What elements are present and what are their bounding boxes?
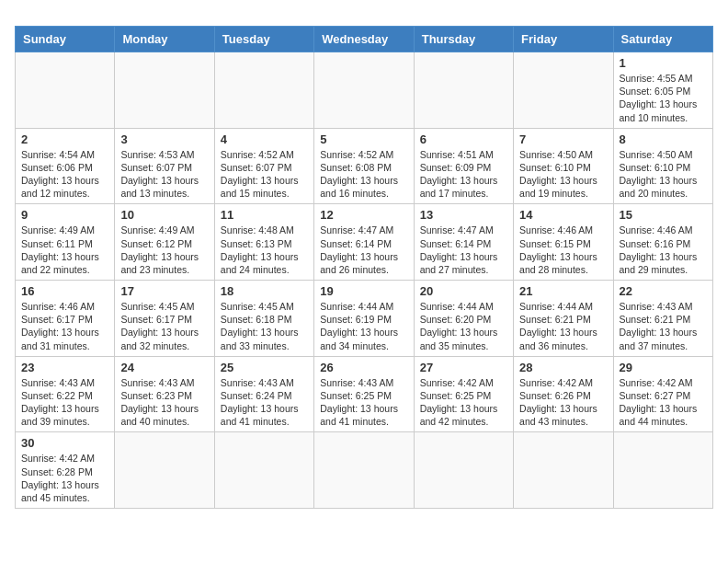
day-info: Sunrise: 4:45 AM Sunset: 6:17 PM Dayligh… xyxy=(120,300,208,352)
day-number: 15 xyxy=(620,208,707,222)
calendar-week-row: 16Sunrise: 4:46 AM Sunset: 6:17 PM Dayli… xyxy=(16,281,713,357)
day-info: Sunrise: 4:42 AM Sunset: 6:25 PM Dayligh… xyxy=(420,376,507,429)
calendar-day-cell: 1Sunrise: 4:55 AM Sunset: 6:05 PM Daylig… xyxy=(613,52,712,129)
day-info: Sunrise: 4:43 AM Sunset: 6:23 PM Dayligh… xyxy=(120,376,208,429)
day-number: 1 xyxy=(620,56,707,70)
day-info: Sunrise: 4:43 AM Sunset: 6:21 PM Dayligh… xyxy=(620,300,707,352)
weekday-header: Sunday xyxy=(16,27,115,52)
day-number: 29 xyxy=(620,361,707,374)
day-info: Sunrise: 4:53 AM Sunset: 6:07 PM Dayligh… xyxy=(120,148,208,201)
calendar-day-cell: 5Sunrise: 4:52 AM Sunset: 6:08 PM Daylig… xyxy=(314,128,414,204)
day-number: 4 xyxy=(221,132,308,146)
calendar-day-cell: 20Sunrise: 4:44 AM Sunset: 6:20 PM Dayli… xyxy=(414,281,513,357)
calendar-day-cell: 26Sunrise: 4:43 AM Sunset: 6:25 PM Dayli… xyxy=(314,356,414,432)
weekday-header: Tuesday xyxy=(214,27,313,52)
calendar-day-cell: 6Sunrise: 4:51 AM Sunset: 6:09 PM Daylig… xyxy=(414,128,513,204)
calendar-day-cell xyxy=(613,432,712,509)
day-info: Sunrise: 4:55 AM Sunset: 6:05 PM Dayligh… xyxy=(620,72,707,124)
calendar-week-row: 9Sunrise: 4:49 AM Sunset: 6:11 PM Daylig… xyxy=(16,204,713,281)
calendar-day-cell: 2Sunrise: 4:54 AM Sunset: 6:06 PM Daylig… xyxy=(16,128,115,204)
day-number: 23 xyxy=(21,361,108,374)
day-number: 27 xyxy=(420,361,507,374)
day-number: 10 xyxy=(120,208,208,222)
day-info: Sunrise: 4:47 AM Sunset: 6:14 PM Dayligh… xyxy=(320,224,407,276)
day-number: 7 xyxy=(519,132,607,146)
calendar-day-cell xyxy=(115,52,214,129)
calendar-day-cell: 8Sunrise: 4:50 AM Sunset: 6:10 PM Daylig… xyxy=(613,128,712,204)
calendar-week-row: 30Sunrise: 4:42 AM Sunset: 6:28 PM Dayli… xyxy=(16,432,713,509)
calendar-table: SundayMondayTuesdayWednesdayThursdayFrid… xyxy=(15,26,713,509)
calendar-day-cell xyxy=(214,432,313,509)
calendar-day-cell: 27Sunrise: 4:42 AM Sunset: 6:25 PM Dayli… xyxy=(414,356,513,432)
day-info: Sunrise: 4:50 AM Sunset: 6:10 PM Dayligh… xyxy=(620,148,707,201)
calendar-day-cell xyxy=(514,432,613,509)
calendar-day-cell: 24Sunrise: 4:43 AM Sunset: 6:23 PM Dayli… xyxy=(115,356,214,432)
day-number: 17 xyxy=(120,284,208,298)
day-number: 9 xyxy=(21,208,108,222)
day-number: 19 xyxy=(320,284,407,298)
day-number: 21 xyxy=(519,284,607,298)
calendar-day-cell: 23Sunrise: 4:43 AM Sunset: 6:22 PM Dayli… xyxy=(16,356,115,432)
calendar-day-cell: 9Sunrise: 4:49 AM Sunset: 6:11 PM Daylig… xyxy=(16,204,115,281)
calendar-day-cell: 22Sunrise: 4:43 AM Sunset: 6:21 PM Dayli… xyxy=(613,281,712,357)
calendar-day-cell xyxy=(414,432,513,509)
calendar-day-cell: 13Sunrise: 4:47 AM Sunset: 6:14 PM Dayli… xyxy=(414,204,513,281)
weekday-header: Friday xyxy=(514,27,613,52)
calendar-day-cell xyxy=(314,52,414,129)
calendar-day-cell: 3Sunrise: 4:53 AM Sunset: 6:07 PM Daylig… xyxy=(115,128,214,204)
calendar-day-cell: 18Sunrise: 4:45 AM Sunset: 6:18 PM Dayli… xyxy=(214,281,313,357)
day-info: Sunrise: 4:42 AM Sunset: 6:28 PM Dayligh… xyxy=(21,452,108,504)
calendar-week-row: 23Sunrise: 4:43 AM Sunset: 6:22 PM Dayli… xyxy=(16,356,713,432)
day-number: 6 xyxy=(420,132,507,146)
calendar-body: 1Sunrise: 4:55 AM Sunset: 6:05 PM Daylig… xyxy=(16,52,713,509)
calendar-header: SundayMondayTuesdayWednesdayThursdayFrid… xyxy=(16,27,713,52)
day-info: Sunrise: 4:45 AM Sunset: 6:18 PM Dayligh… xyxy=(221,300,308,352)
day-info: Sunrise: 4:42 AM Sunset: 6:26 PM Dayligh… xyxy=(519,376,607,429)
day-info: Sunrise: 4:49 AM Sunset: 6:12 PM Dayligh… xyxy=(120,224,208,276)
day-info: Sunrise: 4:44 AM Sunset: 6:19 PM Dayligh… xyxy=(320,300,407,352)
day-number: 12 xyxy=(320,208,407,222)
day-info: Sunrise: 4:48 AM Sunset: 6:13 PM Dayligh… xyxy=(221,224,308,276)
day-info: Sunrise: 4:47 AM Sunset: 6:14 PM Dayligh… xyxy=(420,224,507,276)
calendar-day-cell: 17Sunrise: 4:45 AM Sunset: 6:17 PM Dayli… xyxy=(115,281,214,357)
day-number: 3 xyxy=(120,132,208,146)
calendar-day-cell xyxy=(115,432,214,509)
calendar-week-row: 2Sunrise: 4:54 AM Sunset: 6:06 PM Daylig… xyxy=(16,128,713,204)
day-number: 11 xyxy=(221,208,308,222)
calendar-day-cell xyxy=(16,52,115,129)
header-row: SundayMondayTuesdayWednesdayThursdayFrid… xyxy=(16,27,713,52)
calendar-day-cell xyxy=(514,52,613,129)
calendar-day-cell: 28Sunrise: 4:42 AM Sunset: 6:26 PM Dayli… xyxy=(514,356,613,432)
calendar-day-cell: 7Sunrise: 4:50 AM Sunset: 6:10 PM Daylig… xyxy=(514,128,613,204)
day-number: 16 xyxy=(21,284,108,298)
weekday-header: Wednesday xyxy=(314,27,414,52)
weekday-header: Saturday xyxy=(613,27,712,52)
calendar-day-cell: 10Sunrise: 4:49 AM Sunset: 6:12 PM Dayli… xyxy=(115,204,214,281)
day-number: 5 xyxy=(320,132,407,146)
day-info: Sunrise: 4:50 AM Sunset: 6:10 PM Dayligh… xyxy=(519,148,607,201)
day-number: 8 xyxy=(620,132,707,146)
calendar-day-cell: 15Sunrise: 4:46 AM Sunset: 6:16 PM Dayli… xyxy=(613,204,712,281)
calendar-day-cell: 19Sunrise: 4:44 AM Sunset: 6:19 PM Dayli… xyxy=(314,281,414,357)
day-info: Sunrise: 4:43 AM Sunset: 6:22 PM Dayligh… xyxy=(21,376,108,429)
calendar-day-cell: 25Sunrise: 4:43 AM Sunset: 6:24 PM Dayli… xyxy=(214,356,313,432)
day-number: 24 xyxy=(120,361,208,374)
day-number: 18 xyxy=(221,284,308,298)
calendar-day-cell: 30Sunrise: 4:42 AM Sunset: 6:28 PM Dayli… xyxy=(16,432,115,509)
calendar-day-cell: 16Sunrise: 4:46 AM Sunset: 6:17 PM Dayli… xyxy=(16,281,115,357)
day-number: 28 xyxy=(519,361,607,374)
calendar-day-cell xyxy=(314,432,414,509)
day-number: 30 xyxy=(21,436,108,450)
day-number: 22 xyxy=(620,284,707,298)
day-info: Sunrise: 4:46 AM Sunset: 6:16 PM Dayligh… xyxy=(620,224,707,276)
day-info: Sunrise: 4:46 AM Sunset: 6:15 PM Dayligh… xyxy=(519,224,607,276)
calendar-day-cell: 21Sunrise: 4:44 AM Sunset: 6:21 PM Dayli… xyxy=(514,281,613,357)
calendar-day-cell: 29Sunrise: 4:42 AM Sunset: 6:27 PM Dayli… xyxy=(613,356,712,432)
day-number: 20 xyxy=(420,284,507,298)
day-info: Sunrise: 4:51 AM Sunset: 6:09 PM Dayligh… xyxy=(420,148,507,201)
day-number: 14 xyxy=(519,208,607,222)
calendar-day-cell: 12Sunrise: 4:47 AM Sunset: 6:14 PM Dayli… xyxy=(314,204,414,281)
weekday-header: Thursday xyxy=(414,27,513,52)
day-number: 2 xyxy=(21,132,108,146)
day-info: Sunrise: 4:54 AM Sunset: 6:06 PM Dayligh… xyxy=(21,148,108,201)
